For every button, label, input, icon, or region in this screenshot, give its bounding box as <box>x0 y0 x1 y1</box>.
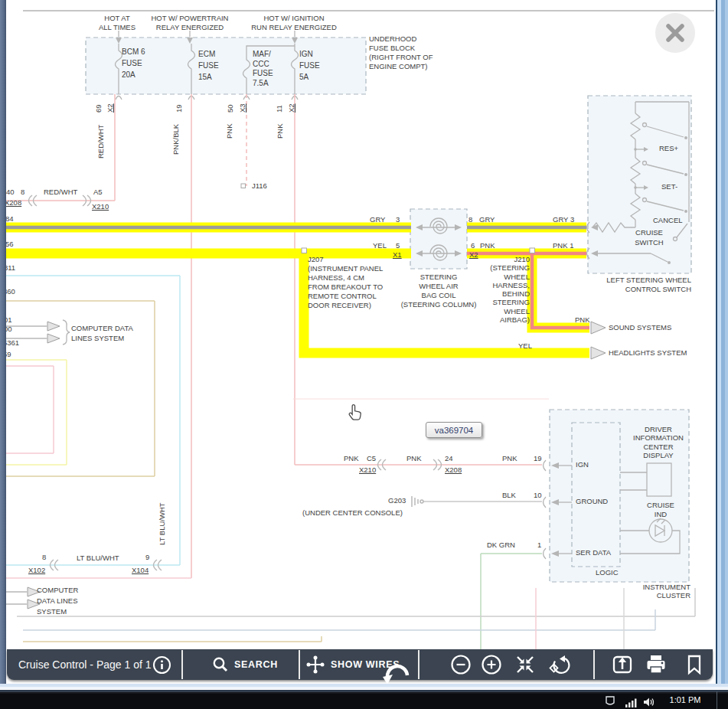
gry-label-right: GRY <box>479 215 495 224</box>
pin-8: 8 <box>21 188 24 197</box>
headlights-wire-label: YEL <box>518 341 532 351</box>
ltblu-wire-label-vertical: LT BLU/WHT <box>158 502 167 545</box>
tray-speaker-icon[interactable] <box>643 696 655 709</box>
fuse-block-caption: UNDERHOOD FUSE BLOCK (RIGHT FRONT OF ENG… <box>369 34 455 71</box>
ltblu-pin-8: 8 <box>42 553 46 562</box>
feed-arrowheads <box>116 38 298 44</box>
pin-arcs <box>544 222 590 559</box>
cluster-ign-label: IGN <box>576 460 589 469</box>
close-icon <box>664 21 687 44</box>
hand-cursor-icon <box>346 403 366 424</box>
gry-pin-8: 8 <box>468 215 472 224</box>
wire-label-pnk-v1: PNK <box>225 123 234 139</box>
taskbar-clock[interactable]: 1:01 PM <box>663 695 707 704</box>
info-button[interactable] <box>152 649 171 680</box>
connector-x3[interactable]: X3 <box>238 103 247 113</box>
fit-to-screen-button[interactable] <box>514 649 536 680</box>
connector-x2-coil[interactable]: X2 <box>469 250 478 260</box>
pnk-row-w1: PNK <box>344 454 359 463</box>
thin-wires <box>0 94 695 649</box>
zoom-in-icon <box>481 654 502 675</box>
gry-label-switch: GRY 3 <box>553 215 574 224</box>
connector-x2-a[interactable]: X2 <box>106 103 115 113</box>
toolbar-divider-3 <box>418 650 419 679</box>
connector-x208[interactable]: X208 <box>5 198 21 207</box>
driver-info-display-label: DRIVER INFORMATION CENTER DISPLAY <box>625 425 692 459</box>
fuse-bcm6: BCM 6 FUSE 20A <box>122 46 145 80</box>
bg-wire-gray <box>17 588 695 616</box>
pnk-row-w3: PNK <box>502 454 517 463</box>
pnk-pin-6: 6 <box>471 241 475 250</box>
zoom-out-button[interactable] <box>450 649 472 680</box>
ground-location-label: (UNDER CENTER CONSOLE) <box>302 508 403 518</box>
coil-spiral-top <box>430 218 447 234</box>
dkgrn-wire-label: DK GRN <box>487 541 515 550</box>
page-title: Cruise Control - Page 1 of 1 <box>18 658 152 671</box>
ground-g203-label: G203 <box>388 496 406 505</box>
sound-systems-arrow <box>591 322 606 334</box>
feed-label-ignition: HOT W/ IGNITION RUN RELAY ENERGIZED <box>250 14 338 32</box>
window-right-border[interactable] <box>714 0 728 684</box>
ltblu-pin-9: 9 <box>145 553 149 562</box>
cruise-switch-label: CRUISE SWITCH <box>628 228 671 247</box>
print-icon <box>645 654 667 675</box>
system-arrow-tails <box>0 326 47 604</box>
print-button[interactable] <box>645 649 667 680</box>
pnk-row-c5: C5 <box>367 454 376 463</box>
search-icon <box>212 656 229 673</box>
blk-pin-10: 10 <box>534 491 542 500</box>
bookmark-button[interactable] <box>685 649 704 680</box>
tray-flag-icon[interactable] <box>605 696 615 709</box>
connector-x1[interactable]: X1 <box>393 250 402 260</box>
feed-label-hot-at-all-times: HOT AT ALL TIMES <box>89 14 145 32</box>
splice-j116-label: J116 <box>252 181 267 191</box>
fuse-ign: IGN FUSE 5A <box>299 48 320 83</box>
close-button[interactable] <box>655 13 695 53</box>
cluster-logic-label: LOGIC <box>596 568 619 577</box>
pin-19: 19 <box>175 104 184 113</box>
page-title-area: Cruise Control - Page 1 of 1 <box>18 649 152 680</box>
system-arrows <box>28 322 606 609</box>
wire-label-pnkblk-v: PNK/BLK <box>171 124 181 155</box>
connector-x102[interactable]: X102 <box>28 566 45 575</box>
connector-x2-b[interactable]: X2 <box>287 103 296 113</box>
bookmark-icon <box>685 654 704 675</box>
connector-x208-b[interactable]: X208 <box>445 466 462 475</box>
search-label: SEARCH <box>234 659 278 670</box>
fit-to-screen-icon <box>514 654 536 675</box>
j116-splice <box>241 184 246 188</box>
zoom-in-button[interactable] <box>481 649 502 680</box>
hover-tooltip: va369704 <box>426 422 482 438</box>
search-button[interactable]: SEARCH <box>212 649 278 680</box>
tray-network-icon[interactable] <box>625 696 637 709</box>
rotate-button[interactable] <box>548 649 571 680</box>
resistor-2 <box>631 158 640 184</box>
hand-cursor <box>346 403 366 427</box>
switch-cancel-label: CANCEL <box>653 216 683 225</box>
dkgrn-pin-1: 1 <box>537 541 541 550</box>
connector-x210[interactable]: X210 <box>92 202 109 211</box>
window-left-border <box>0 0 6 709</box>
instrument-cluster-caption: INSTRUMENT CLUSTER <box>634 583 690 600</box>
info-icon <box>152 655 171 675</box>
connector-x104[interactable]: X104 <box>132 566 149 575</box>
pnk-label: PNK <box>480 241 495 250</box>
bg-wire-steel <box>23 609 655 630</box>
pnk-row-19: 19 <box>534 454 542 463</box>
wire-pink-box <box>0 366 54 453</box>
gry-pin-3: 3 <box>396 215 400 224</box>
wire-label-redwht: RED/WHT <box>44 188 77 197</box>
yel-pin-5: 5 <box>396 241 400 250</box>
connector-x210-b[interactable]: X210 <box>359 466 376 475</box>
zoom-out-icon <box>450 654 472 675</box>
computer-data-lines-bottom: COMPUTER DATA LINES SYSTEM <box>37 585 78 617</box>
cluster-serdata-label: SER DATA <box>576 548 611 557</box>
resistor-3 <box>631 194 640 220</box>
export-button[interactable] <box>612 649 633 680</box>
switch-res-label: RES+ <box>659 144 678 153</box>
show-desktop-button[interactable] <box>717 691 728 709</box>
cruise-indicator-lamp <box>649 519 672 542</box>
sound-wire-label: PNK <box>575 315 590 325</box>
brace <box>63 320 70 345</box>
rotate-icon <box>548 654 571 675</box>
